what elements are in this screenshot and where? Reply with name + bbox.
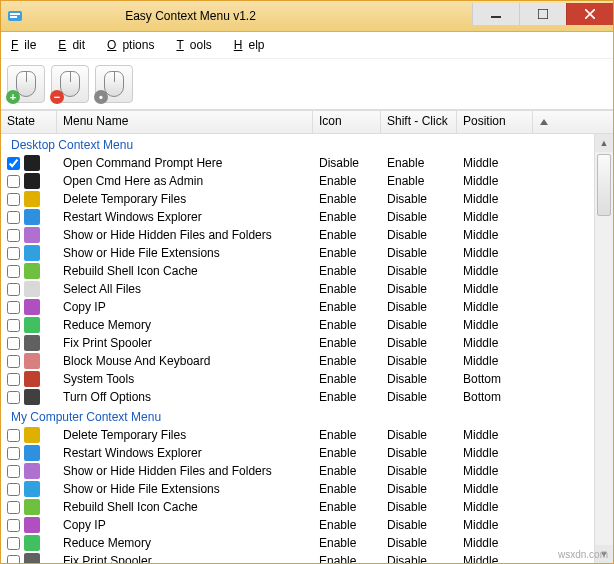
header-state[interactable]: State [1,111,57,133]
item-icon [24,371,40,387]
list-item[interactable]: Show or Hide File ExtensionsEnableDisabl… [1,480,594,498]
list-item[interactable]: Copy IPEnableDisableMiddle [1,298,594,316]
position-cell: Middle [457,318,533,332]
state-checkbox[interactable] [7,193,20,206]
list-item[interactable]: Copy IPEnableDisableMiddle [1,516,594,534]
header-icon[interactable]: Icon [313,111,381,133]
state-checkbox[interactable] [7,301,20,314]
menu-name-cell: Turn Off Options [57,390,313,404]
state-checkbox[interactable] [7,283,20,296]
list-item[interactable]: Restart Windows ExplorerEnableDisableMid… [1,444,594,462]
add-context-button[interactable]: + [7,65,45,103]
menu-name-cell: System Tools [57,372,313,386]
settings-context-button[interactable]: • [95,65,133,103]
scroll-up-button[interactable]: ▲ [595,134,613,152]
menu-help[interactable]: Help [228,36,277,54]
state-checkbox[interactable] [7,229,20,242]
state-checkbox[interactable] [7,555,20,564]
state-checkbox[interactable] [7,175,20,188]
menu-name-cell: Show or Hide File Extensions [57,246,313,260]
list-item[interactable]: Reduce MemoryEnableDisableMiddle [1,316,594,334]
menu-name-cell: Delete Temporary Files [57,428,313,442]
list-item[interactable]: Rebuild Shell Icon CacheEnableDisableMid… [1,498,594,516]
remove-context-button[interactable]: − [51,65,89,103]
menu-file[interactable]: File [5,36,48,54]
header-position[interactable]: Position [457,111,533,133]
state-checkbox[interactable] [7,355,20,368]
state-checkbox[interactable] [7,501,20,514]
menu-edit[interactable]: Edit [52,36,97,54]
header-shift-click[interactable]: Shift - Click [381,111,457,133]
plus-icon: + [6,90,20,104]
position-cell: Middle [457,156,533,170]
state-checkbox[interactable] [7,265,20,278]
state-checkbox[interactable] [7,337,20,350]
menu-name-cell: Rebuild Shell Icon Cache [57,264,313,278]
item-icon [24,299,40,315]
position-cell: Middle [457,300,533,314]
position-cell: Middle [457,282,533,296]
state-checkbox[interactable] [7,429,20,442]
icon-cell: Enable [313,174,381,188]
icon-cell: Enable [313,464,381,478]
titlebar[interactable]: Easy Context Menu v1.2 [1,1,613,32]
shift-click-cell: Disable [381,390,457,404]
state-checkbox[interactable] [7,211,20,224]
svg-marker-7 [540,119,548,125]
item-icon [24,173,40,189]
group-header: Desktop Context Menu [1,134,594,154]
list-item[interactable]: Fix Print SpoolerEnableDisableMiddle [1,552,594,563]
menu-tools[interactable]: Tools [170,36,223,54]
item-icon [24,535,40,551]
list-item[interactable]: Show or Hide Hidden Files and FoldersEna… [1,226,594,244]
state-checkbox[interactable] [7,373,20,386]
state-cell [1,317,57,333]
state-checkbox[interactable] [7,157,20,170]
shift-click-cell: Enable [381,156,457,170]
item-icon [24,445,40,461]
list-item[interactable]: Rebuild Shell Icon CacheEnableDisableMid… [1,262,594,280]
state-checkbox[interactable] [7,447,20,460]
menu-name-cell: Fix Print Spooler [57,554,313,563]
vertical-scrollbar[interactable]: ▲ ▼ [594,134,613,563]
state-checkbox[interactable] [7,537,20,550]
list-item[interactable]: Block Mouse And KeyboardEnableDisableMid… [1,352,594,370]
list-item[interactable]: Turn Off OptionsEnableDisableBottom [1,388,594,406]
state-cell [1,227,57,243]
item-icon [24,191,40,207]
list-item[interactable]: Delete Temporary FilesEnableDisableMiddl… [1,190,594,208]
state-cell [1,463,57,479]
state-checkbox[interactable] [7,465,20,478]
shift-click-cell: Disable [381,300,457,314]
list-item[interactable]: Open Cmd Here as AdminEnableEnableMiddle [1,172,594,190]
header-scroll-up[interactable] [533,111,555,133]
state-cell [1,353,57,369]
state-checkbox[interactable] [7,319,20,332]
shift-click-cell: Disable [381,482,457,496]
state-cell [1,281,57,297]
list-item[interactable]: Reduce MemoryEnableDisableMiddle [1,534,594,552]
list-item[interactable]: Fix Print SpoolerEnableDisableMiddle [1,334,594,352]
list-item[interactable]: System ToolsEnableDisableBottom [1,370,594,388]
scroll-thumb[interactable] [597,154,611,216]
state-cell [1,445,57,461]
state-checkbox[interactable] [7,247,20,260]
list-item[interactable]: Restart Windows ExplorerEnableDisableMid… [1,208,594,226]
state-checkbox[interactable] [7,391,20,404]
state-checkbox[interactable] [7,519,20,532]
minimize-button[interactable] [472,3,519,25]
list-item[interactable]: Delete Temporary FilesEnableDisableMiddl… [1,426,594,444]
list-item[interactable]: Open Command Prompt HereDisableEnableMid… [1,154,594,172]
header-menu-name[interactable]: Menu Name [57,111,313,133]
menu-options[interactable]: Options [101,36,166,54]
list-item[interactable]: Select All FilesEnableDisableMiddle [1,280,594,298]
shift-click-cell: Disable [381,210,457,224]
close-button[interactable] [566,3,613,25]
list-item[interactable]: Show or Hide Hidden Files and FoldersEna… [1,462,594,480]
maximize-button[interactable] [519,3,566,25]
scroll-track[interactable] [595,218,613,545]
menu-name-cell: Block Mouse And Keyboard [57,354,313,368]
state-checkbox[interactable] [7,483,20,496]
list-item[interactable]: Show or Hide File ExtensionsEnableDisabl… [1,244,594,262]
window-controls [472,7,613,25]
